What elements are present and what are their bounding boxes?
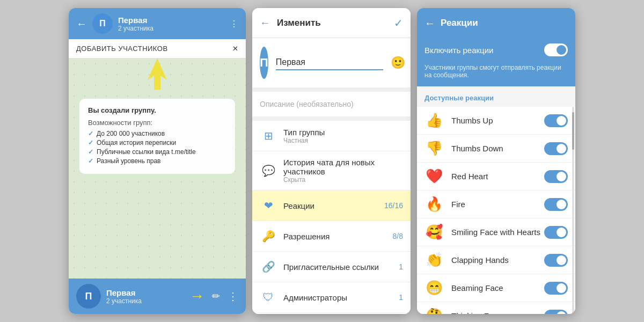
right-arrow-icon: → <box>189 288 204 305</box>
permissions-icon: 🔑 <box>260 228 277 245</box>
reactions-title: Реакции <box>441 18 568 28</box>
reactions-badge: 16/16 <box>384 201 403 210</box>
reaction-item-clapping: 👏 Clapping Hands <box>417 246 575 274</box>
thinking-emoji: 🤔 <box>425 308 444 314</box>
svg-rect-1 <box>154 74 160 90</box>
settings-list: ⊞ Тип группы Частная 💬 История чата для … <box>252 121 411 314</box>
bottom-subtitle: 2 участника <box>106 297 184 305</box>
close-icon[interactable]: ✕ <box>232 45 238 53</box>
reaction-item-beaming: 😁 Beaming Face <box>417 274 575 302</box>
smiling-hearts-toggle[interactable] <box>544 226 568 239</box>
bottom-chat-bar: П Первая 2 участника → ✏ ⋮ <box>69 279 246 314</box>
reactions-info: Участники группы смогут отправлять реакц… <box>417 64 575 86</box>
group-subtitle: 2 участника <box>118 25 230 32</box>
tooltip-box: Вы создали группу. Возможности групп: ✓ … <box>79 99 235 174</box>
smiling-hearts-emoji: 🥰 <box>425 224 444 240</box>
bottom-actions: → ✏ ⋮ <box>189 288 238 305</box>
available-reactions-title: Доступные реакции <box>425 94 494 102</box>
edit-back-icon[interactable]: ← <box>260 17 270 29</box>
type-sublabel: Частная <box>283 137 403 144</box>
avatar: П <box>92 13 113 34</box>
fire-toggle[interactable] <box>544 198 568 211</box>
tooltip-item-4: ✓ Разный уровень прав <box>88 157 226 165</box>
admins-icon: 🛡 <box>260 289 277 306</box>
permissions-label: Разрешения <box>283 232 393 241</box>
type-icon: ⊞ <box>260 127 277 144</box>
reactions-content: Реакции <box>283 201 384 210</box>
panel1-header: ← П Первая 2 участника ⋮ <box>69 8 246 39</box>
back-icon[interactable]: ← <box>76 18 87 30</box>
available-reactions-header: Доступные реакции <box>417 86 575 107</box>
tooltip-item-2: ✓ Общая история переписки <box>88 139 226 147</box>
settings-item-admins[interactable]: 🛡 Администраторы 1 <box>252 282 411 313</box>
chat-area: Вы создали группу. Возможности групп: ✓ … <box>69 58 246 279</box>
header-info: Первая 2 участника <box>118 16 230 32</box>
thumbs-down-emoji: 👎 <box>425 140 444 157</box>
reaction-item-thinking: 🤔 Thinking Face <box>417 302 575 314</box>
red-heart-label: Red Heart <box>451 172 544 181</box>
panel-right: ← Реакции Включить реакции Участники гру… <box>417 8 575 314</box>
panel-left: ← П Первая 2 участника ⋮ ДОБАВИТЬ УЧАСТН… <box>69 8 246 314</box>
history-icon: 💬 <box>260 162 277 179</box>
emoji-button[interactable]: 🙂 <box>391 56 405 70</box>
tooltip-subtitle: Возможности групп: <box>88 119 226 127</box>
add-participants-banner: ДОБАВИТЬ УЧАСТНИКОВ ✕ <box>69 39 246 58</box>
edit-check-icon[interactable]: ✓ <box>394 17 403 30</box>
thumbs-up-label: Thumbs Up <box>451 116 544 125</box>
settings-item-members[interactable]: 👥 Участники 2 <box>252 313 411 314</box>
reaction-item-thumbs-down: 👎 Thumbs Down <box>417 135 575 163</box>
settings-item-reactions[interactable]: ❤ Реакции 16/16 <box>252 191 411 221</box>
permissions-content: Разрешения <box>283 232 393 241</box>
settings-item-history[interactable]: 💬 История чата для новых участников Скры… <box>252 151 411 191</box>
thumbs-down-toggle[interactable] <box>544 142 568 155</box>
thumbs-up-emoji: 👍 <box>425 112 444 129</box>
reactions-label: Реакции <box>283 201 384 210</box>
admins-content: Администраторы <box>283 293 399 302</box>
reactions-icon: ❤ <box>260 197 277 214</box>
scrollbar-thumb[interactable] <box>572 112 574 150</box>
bottom-avatar: П <box>76 284 101 309</box>
reaction-item-smiling-hearts: 🥰 Smiling Face with Hearts <box>417 218 575 246</box>
bottom-title: Первая <box>106 288 184 297</box>
thumbs-up-toggle[interactable] <box>544 114 568 127</box>
red-heart-toggle[interactable] <box>544 170 568 183</box>
history-sublabel: Скрыта <box>283 176 403 184</box>
settings-item-links[interactable]: 🔗 Пригласительные ссылки 1 <box>252 252 411 282</box>
reactions-back-icon[interactable]: ← <box>425 17 435 30</box>
edit-header: ← Изменить ✓ <box>252 8 411 38</box>
thinking-label: Thinking Face <box>451 311 544 314</box>
more-options-icon[interactable]: ⋮ <box>228 290 238 303</box>
history-label: История чата для новых участников <box>283 158 403 176</box>
reaction-item-red-heart: ❤️ Red Heart <box>417 163 575 191</box>
reaction-item-fire: 🔥 Fire <box>417 191 575 218</box>
description-section[interactable]: Описание (необязательно) <box>252 92 411 121</box>
links-content: Пригласительные ссылки <box>283 262 399 272</box>
thinking-toggle[interactable] <box>544 310 568 314</box>
thumbs-down-label: Thumbs Down <box>451 144 544 153</box>
smiling-hearts-label: Smiling Face with Hearts <box>451 228 544 237</box>
settings-item-type[interactable]: ⊞ Тип группы Частная <box>252 121 411 151</box>
group-avatar[interactable]: П <box>260 47 268 79</box>
edit-icon[interactable]: ✏ <box>212 290 220 302</box>
header-actions: ⋮ <box>230 19 238 29</box>
tooltip-item-3: ✓ Публичные ссылки вида t.me/title <box>88 148 226 156</box>
group-avatar-section: П 🙂 <box>252 38 411 92</box>
reactions-toggle-section: Включить реакции <box>417 38 575 64</box>
red-heart-emoji: ❤️ <box>425 168 444 185</box>
group-name-input[interactable] <box>276 55 383 70</box>
beaming-emoji: 😁 <box>425 280 444 296</box>
add-participants-text[interactable]: ДОБАВИТЬ УЧАСТНИКОВ <box>76 45 168 53</box>
reactions-toggle-switch[interactable] <box>544 43 568 56</box>
fire-label: Fire <box>451 200 544 209</box>
settings-item-permissions[interactable]: 🔑 Разрешения 8/8 <box>252 221 411 252</box>
tooltip-item-1: ✓ До 200 000 участников <box>88 130 226 137</box>
fire-emoji: 🔥 <box>425 196 444 213</box>
clapping-toggle[interactable] <box>544 254 568 267</box>
beaming-toggle[interactable] <box>544 282 568 295</box>
reactions-header: ← Реакции <box>417 8 575 38</box>
check-icon-2: ✓ <box>88 139 93 147</box>
links-label: Пригласительные ссылки <box>283 262 399 272</box>
check-icon-4: ✓ <box>88 157 93 165</box>
more-icon[interactable]: ⋮ <box>230 19 238 29</box>
history-content: История чата для новых участников Скрыта <box>283 158 403 184</box>
